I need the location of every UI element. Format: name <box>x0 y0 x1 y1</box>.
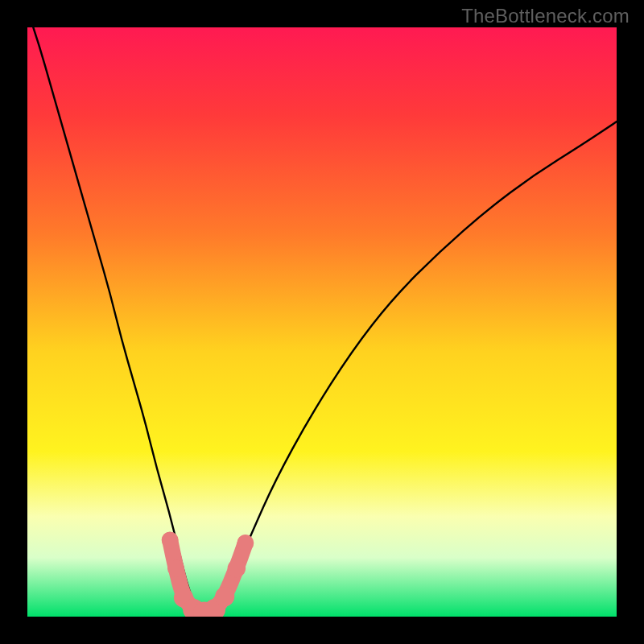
chart-frame: TheBottleneck.com <box>0 0 644 644</box>
valley-marker-dot <box>215 587 234 606</box>
gradient-background <box>27 27 617 617</box>
bottleneck-chart <box>27 27 617 617</box>
watermark-text: TheBottleneck.com <box>461 5 630 27</box>
valley-marker-dot <box>237 535 254 551</box>
plot-area <box>27 27 617 617</box>
valley-marker-dot <box>167 560 184 577</box>
valley-marker-dot <box>162 531 179 548</box>
valley-marker-dot <box>228 559 246 577</box>
